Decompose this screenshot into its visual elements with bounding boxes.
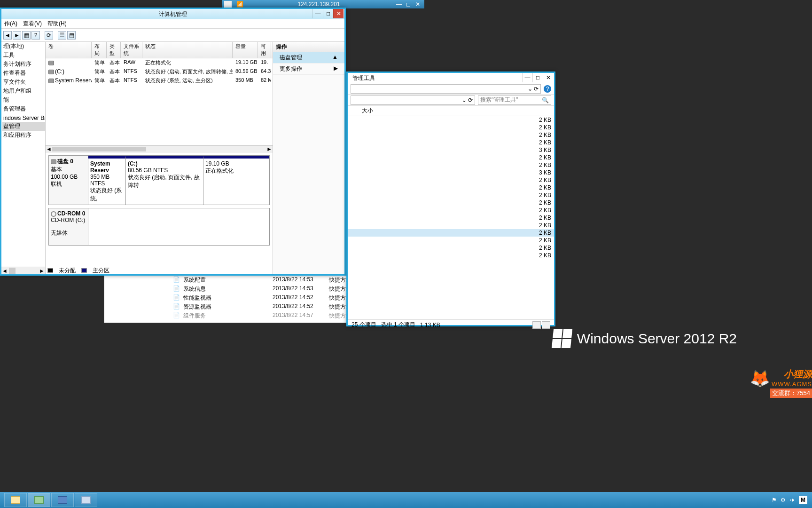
chevron-down-icon[interactable]: ⌄ [462, 97, 467, 103]
file-row[interactable]: 2 KB [348, 154, 554, 161]
toolbar-back-button[interactable]: ◄ [3, 31, 12, 40]
taskbar-explorer-button[interactable] [4, 493, 27, 507]
file-row[interactable]: 2 KB [348, 176, 554, 184]
file-row[interactable]: 2 KB [348, 199, 554, 206]
file-list[interactable]: 2 KB2 KB2 KB2 KB3 KB2 KB2 KB3 KB2 KB2 KB… [348, 116, 554, 319]
titlebar[interactable]: 计算机管理 — □ ✕ [1, 9, 344, 19]
col-type[interactable]: 类型 [107, 42, 121, 58]
file-row[interactable]: 2 KB [348, 229, 554, 237]
file-row[interactable]: 2 KB [348, 116, 554, 124]
rdp-pin-icon[interactable] [224, 1, 232, 8]
action-more[interactable]: 更多操作▶ [273, 64, 344, 75]
file-row[interactable]: 2 KB [348, 124, 554, 131]
maximize-button[interactable]: □ [323, 9, 333, 18]
tree-item[interactable]: indows Server Back [2, 114, 45, 122]
refresh-icon[interactable]: ⟳ [468, 97, 473, 103]
menu-help[interactable]: 帮助(H) [47, 20, 67, 28]
file-row[interactable]: 3 KB [348, 169, 554, 176]
refresh-icon[interactable]: ⟳ [534, 86, 539, 92]
tray-sound-icon[interactable]: 🕩 [789, 497, 795, 503]
partition-system-reserved[interactable]: System Reserv350 MB NTFS状态良好 (系统, [88, 156, 126, 205]
scroll-right-icon[interactable]: ► [39, 268, 45, 274]
tree-item[interactable]: 地用户和组 [2, 87, 45, 95]
taskbar[interactable]: ⚑ ⚙ 🕩 M [0, 492, 812, 508]
menu-action[interactable]: 作(A) [4, 20, 17, 28]
taskbar-computer-management-button[interactable] [51, 493, 74, 507]
tree-item[interactable]: 和应用程序 [2, 131, 45, 140]
taskbar-server-manager-button[interactable] [28, 493, 50, 507]
search-input[interactable]: 搜索"管理工具" 🔍 [478, 95, 551, 105]
help-icon[interactable]: ? [544, 85, 551, 93]
minimize-button[interactable]: — [522, 73, 532, 82]
ime-indicator[interactable]: M [799, 496, 807, 504]
col-fs[interactable]: 文件系统 [121, 42, 142, 58]
tree-item[interactable]: 务计划程序 [2, 60, 45, 69]
view-details-button[interactable] [532, 321, 541, 329]
tree-item[interactable]: 工具 [2, 51, 45, 60]
scroll-right-icon[interactable]: ► [266, 146, 273, 152]
file-row[interactable]: 2 KB [348, 244, 554, 252]
file-row[interactable]: 2 KB [348, 206, 554, 214]
toolbar-show-hide-button[interactable]: ▦ [22, 31, 31, 40]
col-free[interactable]: 可用 [258, 42, 271, 58]
partition-formatting[interactable]: 19.10 GB正在格式化 [203, 156, 269, 205]
toolbar-refresh-button[interactable]: ⟳ [45, 31, 53, 40]
scroll-left-icon[interactable]: ◄ [1, 268, 8, 274]
tree-pane[interactable]: 理(本地) 工具 务计划程序 件查看器 享文件夹 地用户和组 能 备管理器 in… [1, 42, 46, 274]
col-layout[interactable]: 布局 [92, 42, 107, 58]
column-headers[interactable]: 大小 [348, 106, 554, 116]
file-row[interactable]: 2 KB [348, 191, 554, 199]
file-row[interactable]: 2 KB [348, 161, 554, 169]
toolbar-forward-button[interactable]: ► [13, 31, 21, 40]
action-disk-management[interactable]: 磁盘管理▲ [273, 52, 344, 64]
chevron-down-icon[interactable]: ⌄ [528, 86, 532, 92]
address-field[interactable]: ⌄ ⟳ [351, 84, 541, 94]
file-row[interactable]: 3 KB [348, 146, 554, 154]
partition-c[interactable]: (C:)80.56 GB NTFS状态良好 (启动, 页面文件, 故障转 [126, 156, 203, 205]
scroll-thumb[interactable] [52, 147, 146, 151]
volume-row[interactable]: System Reserved简单基本NTFS状态良好 (系统, 活动, 主分区… [46, 76, 273, 85]
col-size[interactable]: 大小 [362, 107, 373, 115]
breadcrumb-field[interactable]: ⌄ ⟳ [351, 95, 475, 105]
tree-item[interactable]: 能 [2, 95, 45, 104]
maximize-button[interactable]: □ [532, 73, 543, 82]
volume-row[interactable]: 简单基本RAW正在格式化19.10 GB19. [46, 58, 273, 67]
scrollbar-horizontal[interactable]: ◄ ► [1, 267, 45, 274]
tray-network-icon[interactable]: ⚙ [781, 497, 786, 503]
file-row[interactable]: 2 KB [348, 131, 554, 139]
tray-flag-icon[interactable]: ⚑ [772, 497, 777, 503]
file-row[interactable]: 2 KB [348, 139, 554, 146]
file-row[interactable]: 2 KB [348, 237, 554, 244]
tree-item[interactable]: 备管理器 [2, 104, 45, 113]
file-row[interactable]: 2 KB [348, 184, 554, 191]
titlebar[interactable]: 管理工具 — □ ✕ [348, 73, 554, 83]
file-row[interactable]: 2 KB [348, 222, 554, 229]
tree-item[interactable]: 件查看器 [2, 69, 45, 78]
minimize-button[interactable]: — [312, 9, 323, 18]
volume-list-header[interactable]: 卷 布局 类型 文件系统 状态 容量 可用 [46, 42, 273, 58]
toolbar-help-button[interactable]: ? [31, 31, 40, 40]
file-row[interactable]: 2 KB [348, 252, 554, 259]
view-icons-button[interactable] [542, 321, 550, 329]
disk-row-cdrom[interactable]: CD-ROM 0 CD-ROM (G:) 无媒体 [48, 208, 270, 246]
disk-row[interactable]: 磁盘 0 基本 100.00 GB 联机 System Reserv350 MB… [48, 155, 270, 205]
rdp-close-button[interactable]: ✕ [413, 1, 422, 8]
scroll-left-icon[interactable]: ◄ [46, 146, 52, 152]
close-button[interactable]: ✕ [543, 73, 553, 82]
tree-item-disk-management[interactable]: 盘管理 [2, 122, 45, 131]
tree-item[interactable]: 享文件夹 [2, 78, 45, 87]
rdp-minimize-button[interactable]: — [394, 1, 404, 8]
menu-view[interactable]: 查看(V) [23, 20, 42, 28]
search-icon[interactable]: 🔍 [542, 97, 549, 103]
file-row[interactable]: 2 KB [348, 214, 554, 222]
col-volume[interactable]: 卷 [46, 42, 92, 58]
toolbar-list-button[interactable]: ☰ [58, 31, 66, 40]
taskbar-app-button[interactable] [75, 493, 97, 507]
tree-item[interactable]: 理(本地) [2, 42, 45, 51]
volume-row[interactable]: (C:)简单基本NTFS状态良好 (启动, 页面文件, 故障转储, 主分区)80… [46, 67, 273, 76]
col-capacity[interactable]: 容量 [233, 42, 258, 58]
toolbar-properties-button[interactable]: ▤ [67, 31, 76, 40]
scroll-thumb[interactable] [9, 268, 16, 274]
rdp-restore-button[interactable]: ◻ [404, 1, 413, 8]
scrollbar-horizontal[interactable]: ◄ ► [46, 145, 273, 152]
